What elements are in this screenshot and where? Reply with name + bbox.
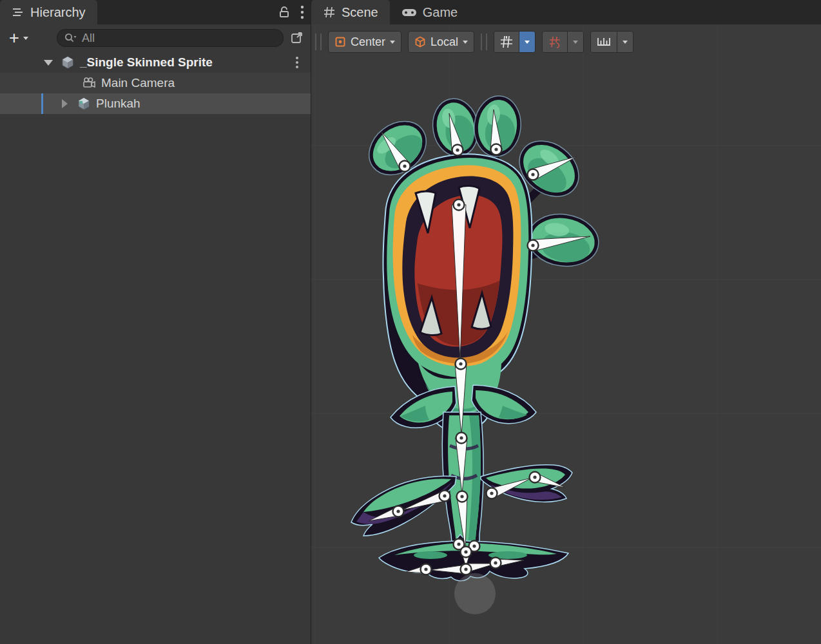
game-gamepad-icon <box>401 6 417 19</box>
tab-hierarchy[interactable]: Hierarchy <box>0 0 97 24</box>
scene-canvas[interactable] <box>311 24 821 644</box>
expand-triangle-icon[interactable] <box>44 60 53 66</box>
add-dropdown-caret-icon <box>23 37 28 40</box>
open-search-window-icon[interactable] <box>290 30 304 44</box>
orientation-mode-label: Local <box>430 35 458 49</box>
bone-joint[interactable] <box>454 200 465 211</box>
hierarchy-panel: Hierarchy + <box>0 0 311 644</box>
grid-snapping-icon <box>543 32 567 52</box>
pivot-shadow-disk[interactable] <box>454 573 496 614</box>
search-input[interactable] <box>81 31 276 46</box>
roots-green-blob <box>414 551 447 559</box>
bone-joint[interactable] <box>439 491 450 502</box>
bone-joint[interactable] <box>528 240 539 251</box>
bone-joint[interactable] <box>421 564 432 575</box>
pivot-mode-label: Center <box>351 35 385 49</box>
scene-viewport[interactable]: Center Local <box>311 24 821 644</box>
hierarchy-tree: _Single Skinned Sprite Main Camera <box>0 52 311 114</box>
scene-toolbar: Center Local <box>315 31 633 53</box>
scene-tabbar: Scene Game <box>311 0 821 24</box>
hierarchy-search-field[interactable] <box>57 29 284 47</box>
snap-increment-button[interactable] <box>590 31 633 53</box>
snap-increment-caret[interactable] <box>617 32 633 52</box>
bone-joint[interactable] <box>400 161 410 172</box>
prefab-indicator-bar <box>41 93 43 114</box>
hierarchy-list-icon <box>12 6 24 19</box>
hierarchy-toolbar: + <box>0 24 311 52</box>
lock-icon[interactable] <box>278 6 290 19</box>
tab-scene[interactable]: Scene <box>311 0 390 24</box>
bone-joint[interactable] <box>490 558 501 569</box>
tree-item-label: _Single Skinned Sprite <box>80 55 213 70</box>
bone-joint[interactable] <box>487 488 497 499</box>
tree-item-label: Main Camera <box>101 76 175 90</box>
tree-row-plunkah[interactable]: Plunkah <box>0 93 311 114</box>
toolbar-handle[interactable] <box>481 33 487 50</box>
bone-joint[interactable] <box>456 359 467 370</box>
scene-grid-icon <box>323 6 336 19</box>
orientation-mode-button[interactable]: Local <box>408 31 474 53</box>
tab-scene-label: Scene <box>342 5 378 20</box>
grid-snapping-button[interactable] <box>542 31 584 53</box>
grid-visibility-caret[interactable] <box>519 32 535 52</box>
tab-game[interactable]: Game <box>390 0 469 24</box>
orientation-caret-icon <box>463 41 468 44</box>
bone-joint[interactable] <box>393 506 404 517</box>
camera-icon <box>82 76 96 90</box>
local-cube-icon <box>414 36 426 48</box>
pivot-caret-icon <box>390 41 395 44</box>
bone-joint[interactable] <box>530 472 541 483</box>
tab-game-label: Game <box>423 5 458 20</box>
bone-joint[interactable] <box>461 564 472 575</box>
row-kebab-menu-icon[interactable] <box>295 56 299 69</box>
toolbar-handle[interactable] <box>315 33 322 50</box>
grid-visibility-icon <box>494 32 519 52</box>
snap-increment-icon <box>591 32 617 52</box>
collapse-triangle-icon[interactable] <box>62 99 68 108</box>
plunkah-sprite[interactable] <box>351 93 602 580</box>
kebab-menu-icon[interactable] <box>300 5 304 19</box>
tree-row-main-camera[interactable]: Main Camera <box>0 73 311 93</box>
sprite-object-icon <box>77 97 91 111</box>
tree-row-root[interactable]: _Single Skinned Sprite <box>0 52 311 73</box>
hierarchy-tabbar: Hierarchy <box>0 0 311 24</box>
tab-hierarchy-label: Hierarchy <box>30 5 86 20</box>
bone-joint[interactable] <box>457 491 468 502</box>
add-gameobject-button[interactable]: + <box>9 32 28 44</box>
bone-joint[interactable] <box>456 433 467 444</box>
bone-joint[interactable] <box>452 145 463 156</box>
plus-icon: + <box>9 32 19 44</box>
grid-visibility-button[interactable] <box>494 31 536 53</box>
bone-joint[interactable] <box>491 144 502 155</box>
gameobject-icon <box>61 55 75 70</box>
bone-joint[interactable] <box>528 169 539 180</box>
scene-panel: Scene Game <box>311 0 821 644</box>
pivot-mode-button[interactable]: Center <box>328 31 401 53</box>
tree-item-label: Plunkah <box>96 97 140 111</box>
bone-joint[interactable] <box>461 547 472 558</box>
pivot-center-icon <box>334 36 346 48</box>
search-icon <box>64 32 77 44</box>
grid-snapping-caret[interactable] <box>567 32 583 52</box>
